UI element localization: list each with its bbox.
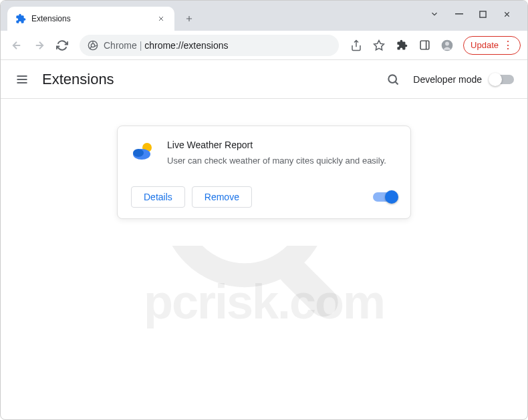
- svg-rect-4: [480, 11, 486, 17]
- svg-line-16: [396, 81, 398, 84]
- svg-rect-3: [455, 13, 463, 15]
- hamburger-menu-button[interactable]: [14, 71, 30, 87]
- details-button[interactable]: Details: [131, 186, 185, 208]
- omnibox-prefix: Chrome: [104, 40, 137, 51]
- page-title: Extensions: [42, 71, 384, 88]
- tab-title: Extensions: [31, 14, 150, 23]
- extension-card: Live Weather Report User can check weath…: [117, 126, 411, 219]
- extension-card-top: Live Weather Report User can check weath…: [118, 126, 410, 181]
- search-button[interactable]: [384, 70, 402, 89]
- svg-point-19: [133, 149, 144, 157]
- extensions-content: Live Weather Report User can check weath…: [1, 99, 527, 246]
- window-titlebar: Extensions: [1, 1, 527, 31]
- extension-card-actions: Details Remove: [118, 181, 410, 218]
- profile-avatar-icon[interactable]: [438, 36, 456, 55]
- update-label: Update: [471, 40, 499, 50]
- svg-marker-7: [374, 40, 384, 49]
- address-bar[interactable]: Chrome | chrome://extensions: [80, 35, 339, 56]
- watermark-text: pcrisk.com: [144, 274, 384, 329]
- new-tab-button[interactable]: [180, 9, 199, 28]
- extension-puzzle-icon: [15, 13, 26, 24]
- svg-point-15: [389, 75, 397, 83]
- developer-mode-label: Developer mode: [413, 74, 482, 85]
- remove-button[interactable]: Remove: [192, 186, 252, 208]
- developer-mode-toggle[interactable]: [490, 75, 514, 84]
- omnibox-text: Chrome | chrome://extensions: [104, 40, 229, 51]
- chevron-down-icon[interactable]: [430, 9, 439, 19]
- sidepanel-icon[interactable]: [415, 36, 434, 55]
- svg-point-11: [445, 41, 449, 45]
- extension-enable-toggle[interactable]: [373, 192, 397, 202]
- minimize-button[interactable]: [455, 10, 463, 18]
- svg-rect-1: [273, 251, 344, 323]
- omnibox-url: chrome://extensions: [144, 40, 228, 51]
- window-controls: [430, 1, 527, 27]
- forward-button[interactable]: [30, 36, 49, 55]
- reload-button[interactable]: [53, 36, 72, 55]
- extension-description: User can check weather of many cites qui…: [167, 154, 386, 168]
- bookmark-star-icon[interactable]: [370, 36, 388, 55]
- browser-toolbar: Chrome | chrome://extensions Update ⋮: [1, 31, 527, 60]
- browser-tab[interactable]: Extensions: [7, 7, 174, 31]
- extension-name: Live Weather Report: [167, 140, 386, 150]
- svg-rect-8: [420, 41, 429, 49]
- chrome-icon: [88, 40, 98, 51]
- tab-close-button[interactable]: [156, 13, 166, 24]
- weather-icon: [131, 140, 155, 164]
- update-button[interactable]: Update ⋮: [463, 36, 521, 55]
- page-header: Extensions Developer mode: [1, 60, 527, 99]
- back-button[interactable]: [7, 36, 26, 55]
- more-dots-icon: ⋮: [503, 40, 513, 51]
- close-button[interactable]: [503, 10, 511, 19]
- share-icon[interactable]: [347, 36, 366, 55]
- extensions-puzzle-icon[interactable]: [392, 36, 411, 55]
- maximize-button[interactable]: [479, 11, 487, 18]
